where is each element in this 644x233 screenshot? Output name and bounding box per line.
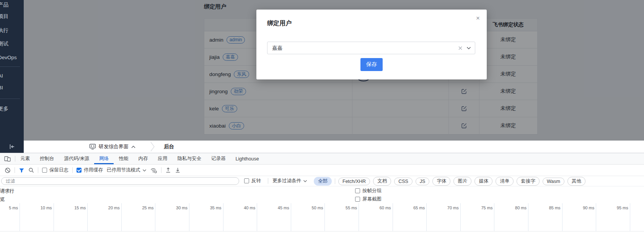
sidebar-item-执行[interactable]: 执行 bbox=[0, 27, 25, 34]
ruler-tick-label: 60 ms bbox=[380, 205, 393, 210]
ruler-tick-label: 5 ms bbox=[9, 205, 20, 210]
devtools-tab-隐私与安全[interactable]: 隐私与安全 bbox=[172, 153, 206, 164]
devtools-tab-应用[interactable]: 应用 bbox=[153, 153, 172, 164]
filter-chip-Fetch/XHR[interactable]: Fetch/XHR bbox=[338, 178, 370, 185]
devtools-tab-源代码/来源[interactable]: 源代码/来源 bbox=[59, 153, 95, 164]
devtools-tab-控制台[interactable]: 控制台 bbox=[35, 153, 59, 164]
checkbox-checked bbox=[77, 168, 82, 173]
devtools-tab-性能[interactable]: 性能 bbox=[114, 153, 133, 164]
sidebar-divider bbox=[0, 99, 20, 99]
invert-filter-checkbox[interactable]: 反转 bbox=[244, 178, 261, 184]
screen-code-icon bbox=[89, 144, 96, 150]
ruler-gridline bbox=[324, 203, 325, 231]
ruler-tick-label: 85 ms bbox=[549, 205, 562, 210]
ruler-gridline bbox=[494, 203, 494, 231]
save-button[interactable]: 保存 bbox=[360, 58, 383, 71]
bind-user-modal: 绑定用户 × 嘉嘉 保存 bbox=[256, 10, 487, 79]
group-by-frame-checkbox[interactable]: 按帧分组 bbox=[355, 188, 382, 194]
filter-chip-套接字[interactable]: 套接字 bbox=[517, 177, 540, 186]
user-select-value: 嘉嘉 bbox=[267, 45, 458, 52]
device-toolbar-icon[interactable] bbox=[0, 153, 15, 164]
devtools-tab-记录器[interactable]: 记录器 bbox=[206, 153, 231, 164]
search-icon[interactable] bbox=[28, 167, 34, 173]
ruler-gridline bbox=[87, 203, 88, 231]
filter-chip-全部[interactable]: 全部 bbox=[314, 177, 332, 186]
dropdown-arrow-icon bbox=[143, 169, 146, 172]
sidebar-item-DevOps[interactable]: DevOps bbox=[0, 55, 25, 60]
preserve-log-checkbox[interactable]: 保留日志 bbox=[42, 167, 68, 173]
filter-chip-字体[interactable]: 字体 bbox=[432, 177, 450, 186]
collapse-sidebar-button[interactable] bbox=[0, 141, 24, 153]
clear-icon[interactable] bbox=[458, 46, 463, 50]
ruler-gridline bbox=[121, 203, 122, 231]
breadcrumb-separator-icon bbox=[150, 141, 155, 152]
user-select-input[interactable]: 嘉嘉 bbox=[267, 42, 475, 54]
ruler-gridline bbox=[54, 203, 54, 231]
sidebar-item-项目[interactable]: 项目 bbox=[0, 13, 25, 20]
screen: 产品项目执行测试DevOpsAIBI更多 绑定用户 飞书绑定状态 adminad… bbox=[0, 0, 644, 233]
devtools-tab-内存[interactable]: 内存 bbox=[133, 153, 153, 164]
ruler-gridline bbox=[291, 203, 291, 231]
ruler-gridline bbox=[528, 203, 528, 231]
ruler-tick-label: 50 ms bbox=[311, 205, 324, 210]
ruler-tick-label: 95 ms bbox=[617, 205, 630, 210]
ruler-gridline bbox=[223, 203, 223, 231]
checkbox-unchecked bbox=[355, 197, 360, 202]
sidebar-item-更多[interactable]: 更多 bbox=[0, 105, 25, 112]
devtools-tab-Lighthouse[interactable]: Lighthouse bbox=[230, 153, 264, 164]
devtools-tab-网络[interactable]: 网络 bbox=[94, 153, 114, 164]
ruler-tick-label: 80 ms bbox=[515, 205, 528, 210]
ruler-tick-label: 90 ms bbox=[583, 205, 596, 210]
filter-icon[interactable] bbox=[19, 168, 24, 173]
import-har-icon[interactable] bbox=[165, 167, 171, 173]
sidebar-item-测试[interactable]: 测试 bbox=[0, 40, 25, 47]
filter-chip-其他[interactable]: 其他 bbox=[567, 177, 585, 186]
ruler-tick-label: 15 ms bbox=[74, 205, 87, 210]
devtools-tab-元素[interactable]: 元素 bbox=[15, 153, 35, 164]
network-toolbar: 保留日志 停用缓存 已停用节流模式 bbox=[0, 165, 644, 176]
divider bbox=[161, 167, 161, 173]
checkbox-unchecked bbox=[42, 168, 47, 173]
ruler-gridline bbox=[20, 203, 20, 231]
sidebar-item-AI[interactable]: AI bbox=[0, 73, 25, 79]
export-har-icon[interactable] bbox=[175, 167, 181, 173]
filter-chip-图片[interactable]: 图片 bbox=[453, 177, 471, 186]
breadcrumb-backstage[interactable]: 后台 bbox=[164, 141, 174, 153]
more-filters-dropdown[interactable]: 更多过滤条件 bbox=[272, 178, 307, 184]
throttling-dropdown[interactable]: 已停用节流模式 bbox=[107, 167, 146, 173]
filter-input[interactable]: 过滤 bbox=[1, 177, 239, 185]
ruler-tick-label: 10 ms bbox=[41, 205, 54, 210]
sidebar: 产品项目执行测试DevOpsAIBI更多 bbox=[0, 0, 24, 153]
filter-chip-媒体[interactable]: 媒体 bbox=[474, 177, 492, 186]
clear-network-log-icon[interactable] bbox=[5, 167, 11, 173]
app-tab[interactable]: 研发综合界面 bbox=[89, 141, 135, 153]
ruler-gridline bbox=[630, 203, 630, 231]
ruler-gridline bbox=[189, 203, 189, 231]
timeline-ruler: 5 ms10 ms15 ms20 ms25 ms30 ms35 ms40 ms4… bbox=[0, 203, 644, 233]
screenshots-checkbox[interactable]: 屏幕截图 bbox=[355, 196, 382, 202]
filter-chip-清单[interactable]: 清单 bbox=[496, 177, 514, 186]
network-conditions-icon[interactable] bbox=[150, 167, 157, 173]
ruler-tick-label: 70 ms bbox=[447, 205, 460, 210]
sidebar-item-产品[interactable]: 产品 bbox=[0, 2, 25, 8]
checkbox-unchecked bbox=[355, 188, 360, 193]
ruler-tick-label: 40 ms bbox=[244, 205, 257, 210]
checkbox-unchecked bbox=[244, 178, 249, 183]
close-icon[interactable]: × bbox=[476, 15, 480, 21]
ruler-tick-label: 30 ms bbox=[176, 205, 189, 210]
devtools-panel: 元素控制台源代码/来源网络性能内存应用隐私与安全记录器Lighthouse 保留… bbox=[0, 153, 644, 233]
chevron-up-icon bbox=[131, 146, 135, 148]
disable-cache-checkbox[interactable]: 停用缓存 bbox=[77, 167, 103, 173]
more-filters-label: 更多过滤条件 bbox=[272, 178, 301, 184]
overview-label: 览 bbox=[0, 196, 5, 203]
chevron-down-icon[interactable] bbox=[466, 47, 471, 50]
filter-chip-CSS[interactable]: CSS bbox=[394, 178, 412, 185]
filter-chip-Wasm[interactable]: Wasm bbox=[543, 178, 564, 185]
ruler-gridline bbox=[393, 203, 393, 231]
ruler-gridline bbox=[562, 203, 562, 231]
ruler-tick-label: 20 ms bbox=[108, 205, 121, 210]
divider bbox=[268, 178, 268, 184]
sidebar-item-BI[interactable]: BI bbox=[0, 85, 25, 91]
filter-chip-JS[interactable]: JS bbox=[416, 178, 430, 185]
filter-chip-文档[interactable]: 文档 bbox=[373, 177, 391, 186]
